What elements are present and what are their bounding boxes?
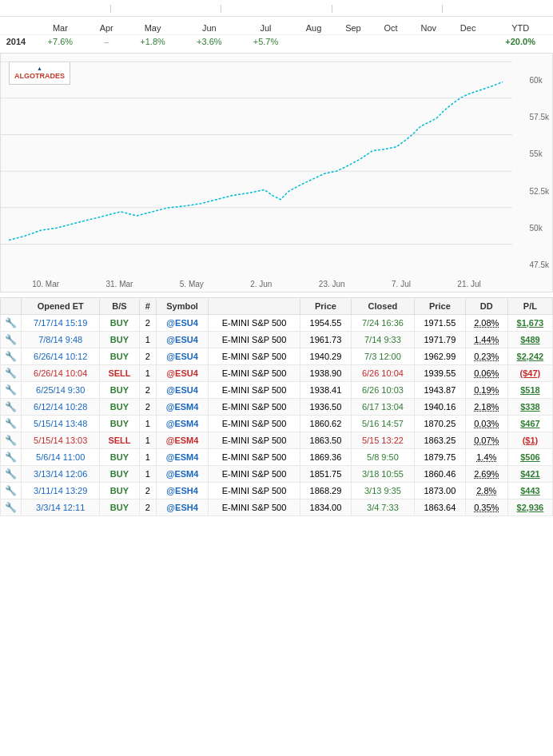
row-closed: 5/8 9:50 [351, 449, 414, 466]
row-dd: 0.35% [465, 499, 507, 516]
row-closed: 7/24 16:36 [351, 315, 414, 332]
monthly-jun: +3.6% [181, 35, 237, 49]
row-bs: BUY [100, 399, 139, 416]
trades-table: Opened ET B/S # Symbol Price Closed Pric… [0, 297, 553, 516]
row-price-open: 1860.62 [300, 416, 352, 432]
row-price-close: 1962.99 [414, 348, 465, 365]
row-bs: BUY [100, 332, 139, 348]
row-opened: 3/13/14 12:06 [22, 466, 100, 483]
table-row: 🔧 3/11/14 13:29 BUY 2 @ESH4 E-MINI S&P 5… [1, 483, 553, 499]
x-label-23jun: 23. Jun [319, 280, 345, 288]
table-row: 🔧 5/6/14 11:00 BUY 1 @ESM4 E-MINI S&P 50… [1, 449, 553, 466]
row-icon: 🔧 [1, 432, 22, 449]
row-num: 1 [139, 332, 157, 348]
table-row: 🔧 3/3/14 12:11 BUY 2 @ESH4 E-MINI S&P 50… [1, 499, 553, 516]
row-icon: 🔧 [1, 449, 22, 466]
row-icon: 🔧 [1, 382, 22, 399]
row-dd: 0.03% [465, 416, 507, 432]
row-bs: BUY [100, 483, 139, 499]
col-pl: P/L [507, 298, 552, 315]
row-symbol: @ESM4 [157, 416, 209, 432]
x-axis-labels: 10. Mar 31. Mar 5. May 2. Jun 23. Jun 7.… [1, 280, 512, 288]
row-closed: 7/14 9:33 [351, 332, 414, 348]
y-axis-labels: 60k 57.5k 55k 52.5k 50k 47.5k [530, 54, 549, 292]
month-header-ytd: YTD [487, 22, 553, 35]
chart-container: ▲ ALGOTRADES 60k 57.5k 55k 52.5k 50k 47.… [0, 53, 553, 292]
row-icon: 🔧 [1, 365, 22, 382]
row-name: E-MINI S&P 500 [209, 499, 300, 516]
row-name: E-MINI S&P 500 [209, 315, 300, 332]
row-pl: ($1) [507, 432, 552, 449]
monthly-row-2014: 2014 +7.6% – +1.8% +3.6% +5.7% +20.0% [0, 35, 553, 49]
row-bs: SELL [100, 365, 139, 382]
row-symbol: @ESH4 [157, 499, 209, 516]
x-label-5may: 5. May [180, 280, 204, 288]
table-row: 🔧 6/25/14 9:30 BUY 2 @ESU4 E-MINI S&P 50… [1, 382, 553, 399]
stats-bar [0, 0, 553, 17]
row-icon: 🔧 [1, 416, 22, 432]
row-bs: BUY [100, 499, 139, 516]
row-symbol: @ESM4 [157, 466, 209, 483]
row-symbol: @ESU4 [157, 382, 209, 399]
month-header-mar: Mar [32, 22, 89, 35]
table-row: 🔧 7/17/14 15:19 BUY 2 @ESU4 E-MINI S&P 5… [1, 315, 553, 332]
month-header-aug: Aug [294, 22, 333, 35]
row-closed: 3/4 7:33 [351, 499, 414, 516]
row-price-open: 1868.29 [300, 483, 352, 499]
row-num: 2 [139, 399, 157, 416]
row-icon: 🔧 [1, 466, 22, 483]
row-opened: 7/17/14 15:19 [22, 315, 100, 332]
row-price-open: 1961.73 [300, 332, 352, 348]
row-closed: 3/18 10:55 [351, 466, 414, 483]
x-label-2jun: 2. Jun [250, 280, 272, 288]
row-num: 1 [139, 449, 157, 466]
month-header-sep: Sep [333, 22, 372, 35]
y-label-50k: 50k [530, 224, 549, 233]
row-bs: BUY [100, 348, 139, 365]
row-num: 2 [139, 499, 157, 516]
row-price-open: 1869.36 [300, 449, 352, 466]
row-price-close: 1943.87 [414, 382, 465, 399]
row-pl: $506 [507, 449, 552, 466]
month-header-oct: Oct [373, 22, 409, 35]
row-pl: $421 [507, 466, 552, 483]
trades-header-row: Opened ET B/S # Symbol Price Closed Pric… [1, 298, 553, 315]
row-symbol: @ESU4 [157, 365, 209, 382]
row-opened: 6/12/14 10:28 [22, 399, 100, 416]
row-price-close: 1873.00 [414, 483, 465, 499]
row-num: 1 [139, 466, 157, 483]
row-icon: 🔧 [1, 483, 22, 499]
month-header-nov: Nov [409, 22, 448, 35]
row-pl: ($47) [507, 365, 552, 382]
row-dd: 0.07% [465, 432, 507, 449]
row-pl: $2,936 [507, 499, 552, 516]
col-num: # [139, 298, 157, 315]
row-dd: 2.8% [465, 483, 507, 499]
row-price-close: 1860.46 [414, 466, 465, 483]
row-opened: 5/15/14 13:48 [22, 416, 100, 432]
x-label-10mar: 10. Mar [32, 280, 59, 288]
monthly-apr: – [89, 35, 125, 49]
row-price-open: 1863.50 [300, 432, 352, 449]
month-header-jun: Jun [181, 22, 237, 35]
row-symbol: @ESU4 [157, 332, 209, 348]
row-price-open: 1938.90 [300, 365, 352, 382]
table-row: 🔧 6/26/14 10:12 BUY 2 @ESU4 E-MINI S&P 5… [1, 348, 553, 365]
row-name: E-MINI S&P 500 [209, 332, 300, 348]
col-price-close: Price [414, 298, 465, 315]
row-closed: 6/26 10:03 [351, 382, 414, 399]
monthly-sep [333, 35, 372, 49]
row-name: E-MINI S&P 500 [209, 466, 300, 483]
row-bs: BUY [100, 416, 139, 432]
row-num: 1 [139, 365, 157, 382]
y-label-55k: 55k [530, 149, 549, 158]
row-pl: $2,242 [507, 348, 552, 365]
month-header-jul: Jul [237, 22, 294, 35]
row-pl: $443 [507, 483, 552, 499]
row-pl: $518 [507, 382, 552, 399]
row-name: E-MINI S&P 500 [209, 449, 300, 466]
row-opened: 7/8/14 9:48 [22, 332, 100, 348]
row-bs: BUY [100, 315, 139, 332]
row-bs: SELL [100, 432, 139, 449]
row-opened: 3/3/14 12:11 [22, 499, 100, 516]
